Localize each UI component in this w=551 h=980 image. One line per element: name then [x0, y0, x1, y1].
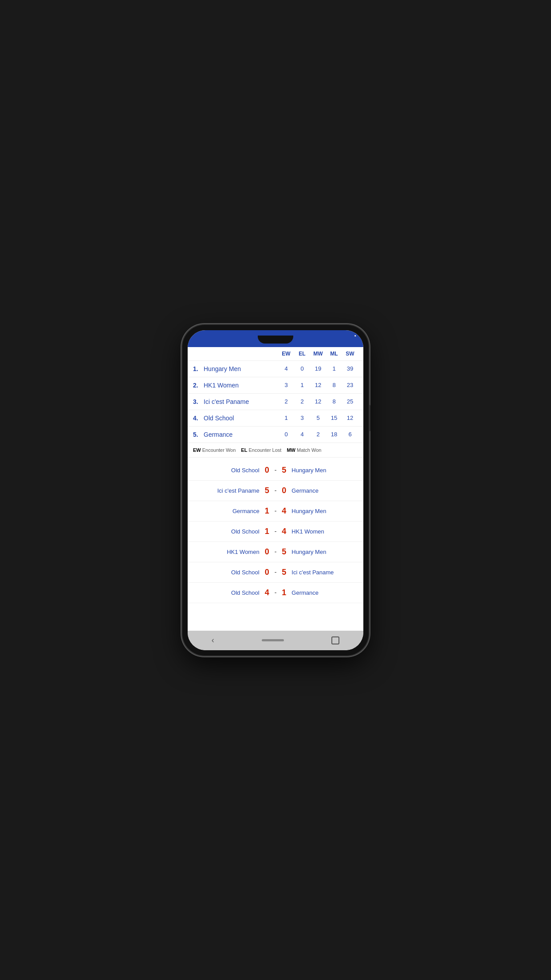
table-row: 5. Germance 0 4 2 18 6 — [188, 427, 363, 443]
match-team-left-4: HK1 Women — [195, 549, 260, 555]
table-row: 3. Ici c'est Paname 2 2 12 8 25 — [188, 394, 363, 410]
matches-section: Old School 0 - 5 Hungary Men Ici c'est P… — [188, 458, 363, 606]
match-team-right-6: Germance — [291, 589, 356, 596]
match-team-left-5: Old School — [195, 569, 260, 576]
table-rows: 1. Hungary Men 4 0 19 1 39 2. HK1 Women … — [188, 361, 363, 443]
ml-4: 15 — [326, 415, 342, 421]
mw-2: 12 — [310, 382, 326, 388]
sw-4: 12 — [342, 415, 358, 421]
team-name-3: Ici c'est Paname — [204, 398, 278, 405]
match-row: Old School 4 - 1 Germance — [188, 583, 363, 603]
phone-frame: ▪ EW EL MW ML SW 1 — [182, 325, 369, 656]
ew-5: 0 — [278, 431, 294, 438]
match-row: Ici c'est Paname 5 - 0 Germance — [188, 481, 363, 501]
col-mw: MW — [310, 351, 326, 357]
match-score-right-0: 5 — [279, 466, 289, 475]
match-team-right-1: Germance — [291, 487, 356, 494]
rank-3: 3. — [193, 398, 204, 405]
sw-2: 23 — [342, 382, 358, 388]
sw-5: 6 — [342, 431, 358, 438]
match-score-left-0: 0 — [262, 466, 272, 475]
match-team-right-4: Hungary Men — [291, 549, 356, 555]
col-ew: EW — [278, 351, 294, 357]
notch — [258, 336, 293, 344]
match-dash-3: - — [275, 528, 277, 535]
match-team-left-2: Germance — [195, 508, 260, 514]
ml-5: 18 — [326, 431, 342, 438]
match-score-left-6: 4 — [262, 588, 272, 597]
match-score-left-5: 0 — [262, 568, 272, 577]
ew-1: 4 — [278, 365, 294, 372]
rank-4: 4. — [193, 415, 204, 422]
mw-5: 2 — [310, 431, 326, 438]
el-2: 1 — [294, 382, 310, 388]
ew-3: 2 — [278, 398, 294, 405]
mw-1: 19 — [310, 365, 326, 372]
match-row: Germance 1 - 4 Hungary Men — [188, 501, 363, 522]
legend-ew: EW Encounter Won — [193, 447, 236, 453]
col-el: EL — [294, 351, 310, 357]
sw-3: 25 — [342, 398, 358, 405]
main-content: EW EL MW ML SW 1. Hungary Men 4 0 19 1 3… — [188, 347, 363, 631]
ew-2: 3 — [278, 382, 294, 388]
mw-4: 5 — [310, 415, 326, 421]
legend: EW Encounter Won EL Encounter Lost MW Ma… — [188, 443, 363, 458]
nav-home-bar[interactable] — [262, 639, 284, 641]
match-row: Old School 0 - 5 Hungary Men — [188, 460, 363, 481]
side-button — [369, 405, 370, 431]
team-name-5: Germance — [204, 431, 278, 438]
el-3: 2 — [294, 398, 310, 405]
table-row: 2. HK1 Women 3 1 12 8 23 — [188, 377, 363, 394]
ml-2: 8 — [326, 382, 342, 388]
match-dash-5: - — [275, 569, 277, 576]
match-score-right-6: 1 — [279, 588, 289, 597]
sw-1: 39 — [342, 365, 358, 372]
match-row: HK1 Women 0 - 5 Hungary Men — [188, 542, 363, 562]
match-score-right-2: 4 — [279, 506, 289, 516]
table-row: 1. Hungary Men 4 0 19 1 39 — [188, 361, 363, 377]
match-team-right-5: Ici c'est Paname — [291, 569, 356, 576]
match-team-right-2: Hungary Men — [291, 508, 356, 514]
nav-recents-icon[interactable] — [331, 636, 339, 644]
legend-el: EL Encounter Lost — [241, 447, 281, 453]
match-score-right-4: 5 — [279, 547, 289, 557]
team-name-2: HK1 Women — [204, 382, 278, 389]
match-team-left-6: Old School — [195, 589, 260, 596]
nav-back-icon[interactable]: ‹ — [212, 636, 214, 645]
match-score-left-4: 0 — [262, 547, 272, 557]
col-ml: ML — [326, 351, 342, 357]
match-dash-6: - — [275, 589, 277, 596]
match-score-left-1: 5 — [262, 486, 272, 495]
ew-4: 1 — [278, 415, 294, 421]
match-dash-0: - — [275, 466, 277, 474]
match-team-right-0: Hungary Men — [291, 467, 356, 474]
table-header: EW EL MW ML SW — [188, 347, 363, 361]
match-score-left-2: 1 — [262, 506, 272, 516]
el-4: 3 — [294, 415, 310, 421]
battery-icon: ▪ — [354, 333, 356, 338]
match-team-left-1: Ici c'est Paname — [195, 487, 260, 494]
rank-1: 1. — [193, 365, 204, 372]
team-name-4: Old School — [204, 415, 278, 422]
rank-5: 5. — [193, 431, 204, 438]
ml-3: 8 — [326, 398, 342, 405]
match-score-right-5: 5 — [279, 568, 289, 577]
status-bar: ▪ — [188, 330, 363, 338]
match-dash-1: - — [275, 487, 277, 494]
nav-bar: ‹ — [188, 631, 363, 650]
match-team-left-3: Old School — [195, 528, 260, 535]
match-score-right-3: 4 — [279, 527, 289, 536]
table-row: 4. Old School 1 3 5 15 12 — [188, 410, 363, 427]
col-sw: SW — [342, 351, 358, 357]
legend-mw: MW Match Won — [287, 447, 321, 453]
match-score-right-1: 0 — [279, 486, 289, 495]
mw-3: 12 — [310, 398, 326, 405]
match-score-left-3: 1 — [262, 527, 272, 536]
match-team-left-0: Old School — [195, 467, 260, 474]
match-row: Old School 1 - 4 HK1 Women — [188, 522, 363, 542]
match-row: Old School 0 - 5 Ici c'est Paname — [188, 562, 363, 583]
match-dash-2: - — [275, 507, 277, 514]
el-5: 4 — [294, 431, 310, 438]
standings-table: EW EL MW ML SW 1. Hungary Men 4 0 19 1 3… — [188, 347, 363, 443]
el-1: 0 — [294, 365, 310, 372]
